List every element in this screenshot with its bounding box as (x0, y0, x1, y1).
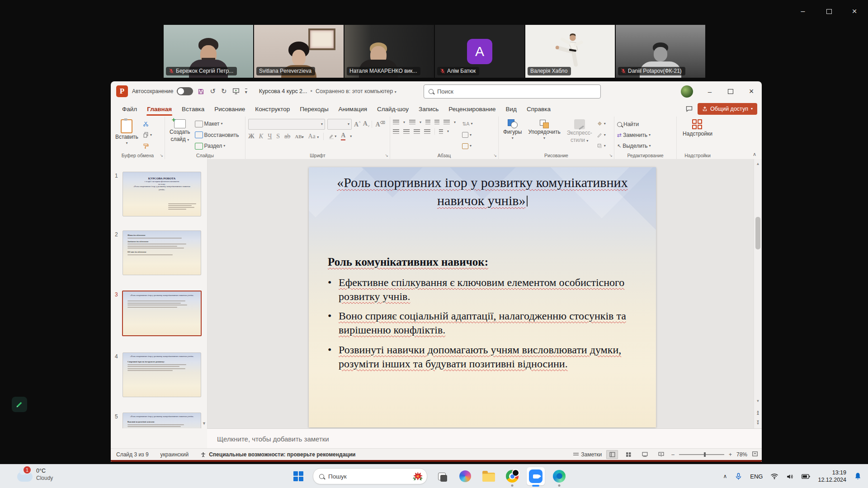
align-center-button[interactable] (403, 129, 410, 134)
paste-button[interactable]: Вставить▾ (113, 119, 140, 151)
start-button[interactable] (289, 467, 307, 485)
zoom-level[interactable]: 78% (736, 451, 747, 458)
participant-tile[interactable]: Наталя МАКАРЕНКО вик... (344, 25, 434, 78)
zoom-slider[interactable] (679, 454, 724, 455)
cut-button[interactable] (143, 120, 152, 128)
chrome-button[interactable] (503, 467, 521, 485)
annotate-pencil-button[interactable] (12, 397, 27, 412)
thumbnail-slide-4[interactable]: 4 «Роль спортивних ігор у розвитку комун… (111, 352, 207, 398)
decrease-indent-button[interactable] (425, 120, 430, 125)
tab-animations[interactable]: Анимация (334, 101, 372, 117)
document-title-area[interactable]: Курсова 4 курс 2... • Сохранено в: этот … (259, 88, 396, 94)
bold-button[interactable]: Ж (248, 133, 255, 140)
participant-tile[interactable]: A Алім Батюк (435, 25, 524, 78)
comments-icon[interactable] (685, 105, 693, 113)
tab-insert[interactable]: Вставка (177, 101, 209, 117)
shape-outline-button[interactable]: ▾ (597, 131, 606, 139)
ppt-close-button[interactable]: × (741, 81, 762, 101)
fit-slide-button[interactable] (752, 451, 758, 458)
tab-draw[interactable]: Рисование (209, 101, 250, 117)
speaker-icon[interactable] (786, 473, 794, 480)
zoom-restore-button[interactable] (819, 4, 839, 19)
text-highlight-button[interactable]: ▾ (328, 133, 336, 139)
share-button[interactable]: Общий доступ ▾ (698, 103, 757, 115)
tab-home[interactable]: Главная (142, 101, 177, 117)
copy-button[interactable]: ▾ (143, 131, 152, 139)
next-slide-button[interactable]: ▼▼ (754, 421, 762, 425)
underline-button[interactable]: Ч (268, 133, 272, 140)
zoom-in-button[interactable]: + (729, 451, 732, 458)
microphone-icon[interactable] (735, 473, 742, 480)
clock[interactable]: 13:1912.12.2024 (818, 469, 846, 484)
normal-view-button[interactable] (606, 450, 618, 459)
powerpoint-app-icon[interactable]: P (116, 85, 128, 97)
accessibility-checker[interactable]: Специальные возможности: проверьте реком… (200, 451, 355, 458)
scroll-down-button[interactable]: ▼ (754, 399, 762, 403)
font-color-button[interactable]: А (341, 132, 345, 141)
thumbnail-slide-2[interactable]: 2 Мета дослідження: Завдання дослідження… (111, 230, 207, 276)
font-dialog-launcher[interactable]: ↘ (385, 153, 388, 158)
font-name-combo[interactable]: ▾ (248, 119, 325, 130)
copilot-button[interactable] (456, 467, 474, 485)
scroll-up-button[interactable]: ▲ (754, 162, 762, 166)
thumbnail-slide-1[interactable]: 1 КУРСОВА РОБОТА з теорії і методики фіз… (111, 172, 207, 217)
account-avatar[interactable] (681, 85, 693, 98)
clipboard-dialog-launcher[interactable]: ↘ (160, 153, 163, 158)
slide-bullet-list[interactable]: • Ефективне спілкування є ключовим елеме… (328, 276, 635, 376)
autosave-toggle[interactable] (177, 87, 193, 95)
redo-icon[interactable]: ↻ (221, 87, 227, 95)
tab-transitions[interactable]: Переходы (295, 101, 333, 117)
slide-sorter-view-button[interactable] (623, 450, 634, 459)
zoom-out-button[interactable]: – (671, 451, 675, 458)
tab-review[interactable]: Рецензирование (443, 101, 500, 117)
ppt-maximize-button[interactable] (720, 81, 741, 101)
ppt-minimize-button[interactable]: – (699, 81, 720, 101)
slide-body-heading[interactable]: Роль комунікативних навичок: (328, 256, 488, 268)
file-explorer-button[interactable] (480, 467, 498, 485)
zoom-slider-thumb[interactable] (704, 452, 706, 457)
slide-title-textbox[interactable]: «Роль спортивних ігор у розвитку комунік… (323, 174, 642, 209)
participant-tile[interactable]: Бережок Сергій Петр... (164, 25, 253, 78)
smartart-button[interactable]: ▾ (462, 142, 473, 150)
addins-button[interactable]: Надстройки (681, 119, 714, 151)
find-button[interactable]: Найти (617, 120, 651, 128)
text-direction-button[interactable]: ⇅А▾ (462, 120, 473, 128)
zoom-close-button[interactable]: × (844, 4, 864, 19)
wifi-icon[interactable] (770, 473, 778, 479)
slide-area-scrollbar[interactable]: ▲ ▼ ▲▲ ▼▼ (754, 159, 762, 428)
shape-effects-button[interactable]: ▾ (597, 142, 606, 150)
bullets-button[interactable] (393, 120, 399, 125)
tray-expand-button[interactable]: ∧ (723, 473, 727, 479)
align-text-button[interactable]: ▾ (462, 131, 473, 139)
new-slide-button[interactable]: Создать слайд ▾ (168, 119, 192, 151)
undo-icon[interactable]: ↺ (210, 87, 216, 95)
participant-tile[interactable]: Daniil Potapov(ФК-21) (616, 25, 705, 78)
search-input[interactable]: Поиск (424, 84, 601, 99)
justify-button[interactable] (424, 129, 430, 134)
start-slideshow-icon[interactable] (232, 88, 240, 94)
thumbnail-slide-5[interactable]: 5 «Роль спортивних ігор у розвитку комун… (111, 413, 207, 428)
participant-tile[interactable]: Svitlana Pereverzieva (254, 25, 344, 78)
align-right-button[interactable] (414, 129, 420, 134)
notes-pane[interactable]: Щелкните, чтобы добавить заметки (207, 428, 762, 449)
language-indicator[interactable]: украинский (160, 451, 189, 458)
quick-styles-button[interactable]: Экспресс- стили ▾ (565, 119, 594, 151)
arrange-button[interactable]: Упорядочить▾ (526, 119, 562, 151)
battery-icon[interactable] (802, 474, 810, 479)
previous-slide-button[interactable]: ▲▲ (754, 411, 762, 415)
numbering-button[interactable] (409, 120, 415, 125)
clear-formatting-button[interactable]: А⌫ (372, 121, 385, 128)
layout-button[interactable]: Макет▾ (195, 120, 239, 128)
reading-view-button[interactable] (639, 450, 651, 459)
line-spacing-button[interactable] (443, 120, 450, 125)
saved-status[interactable]: Сохранено в: этот компьютер ▾ (316, 88, 396, 94)
select-button[interactable]: ↖Выделить▾ (617, 142, 651, 150)
save-icon[interactable] (198, 88, 204, 95)
edge-button[interactable] (550, 467, 568, 485)
customize-qat-icon[interactable]: ▾ (245, 89, 247, 94)
shrink-font-button[interactable]: А˅ (363, 120, 370, 128)
strikethrough-ab-button[interactable]: ab (284, 133, 290, 140)
character-spacing-button[interactable]: АВ▾ (295, 134, 303, 139)
tab-view[interactable]: Вид (501, 101, 522, 117)
task-view-button[interactable] (433, 467, 451, 485)
